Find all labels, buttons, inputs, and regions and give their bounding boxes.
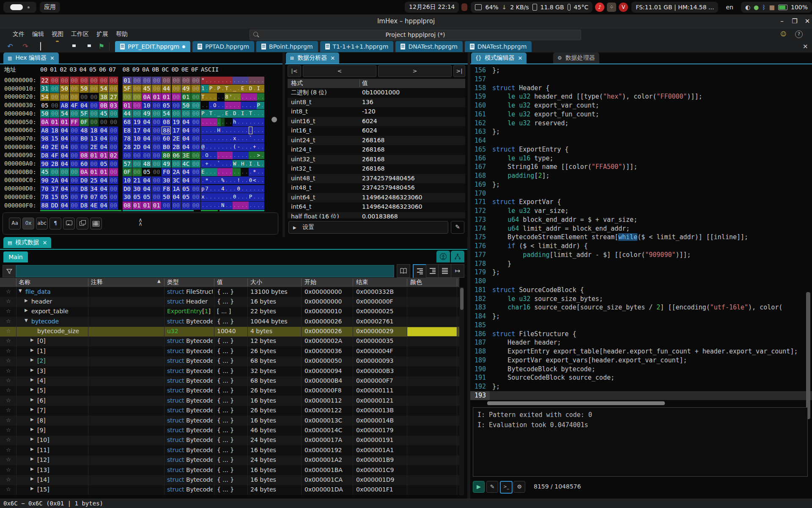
hex-byte[interactable]: 00 (181, 110, 191, 118)
tab-data-inspector[interactable]: ⊞ 数据分析器 ✕ (286, 52, 339, 64)
ascii-char[interactable]: . (237, 193, 241, 201)
hex-byte[interactable]: 00 (109, 118, 118, 126)
hex-byte[interactable]: 00 (60, 168, 69, 176)
ascii-char[interactable]: . (213, 118, 217, 126)
favorite-star-icon[interactable]: ☆ (6, 407, 11, 413)
hex-byte[interactable]: 05 (99, 160, 108, 168)
hex-byte[interactable]: 00 (191, 118, 200, 126)
ascii-char[interactable]: . (213, 110, 217, 118)
hex-byte[interactable]: 00 (172, 110, 181, 118)
ascii-char[interactable]: . (252, 110, 256, 118)
favorite-star-icon[interactable]: ☆ (6, 397, 11, 403)
ascii-char[interactable]: N (221, 202, 225, 210)
pd-col-header[interactable]: 结束 (356, 279, 368, 286)
jump-to-button[interactable]: ↦ (451, 264, 464, 278)
code-line[interactable]: 162 le u32 reserved; (470, 119, 812, 128)
ascii-char[interactable]: + (205, 160, 208, 168)
ascii-char[interactable]: . (209, 118, 213, 126)
ascii-char[interactable]: . (257, 93, 261, 101)
expand-arrow-icon[interactable]: ▶ (30, 397, 34, 402)
ascii-char[interactable]: . (205, 110, 208, 118)
hex-byte[interactable]: DD (50, 202, 59, 210)
hex-byte[interactable]: 50 (60, 85, 69, 93)
ascii-char[interactable]: . (244, 85, 248, 93)
hex-byte[interactable]: 00 (60, 93, 69, 101)
ascii-char[interactable]: . (209, 77, 213, 85)
ascii-char[interactable]: . (244, 202, 248, 210)
ascii-char[interactable]: . (205, 77, 208, 85)
hex-byte[interactable]: 04 (60, 185, 69, 193)
ascii-char[interactable]: . (201, 102, 205, 110)
ascii-char[interactable]: ! (237, 177, 241, 185)
hex-byte[interactable]: 18 (50, 127, 59, 135)
ascii-char[interactable]: . (244, 185, 248, 193)
ascii-char[interactable]: . (213, 193, 217, 201)
hex-byte[interactable]: 00 (191, 143, 200, 151)
hex-byte[interactable]: 00 (123, 93, 132, 101)
hex-byte[interactable]: 00 (50, 168, 59, 176)
favorite-star-icon[interactable]: ☆ (6, 436, 11, 443)
hex-byte[interactable]: 00 (172, 160, 181, 168)
hex-byte[interactable]: F0 (80, 193, 89, 201)
hex-byte[interactable]: 4C (181, 160, 191, 168)
tabstrip-close-icon[interactable]: ✕ (803, 43, 808, 50)
hex-byte[interactable]: 01 (99, 168, 108, 176)
hex-byte[interactable]: 04 (142, 118, 151, 126)
ascii-char[interactable]: . (229, 77, 233, 85)
hex-byte[interactable]: 88 (162, 127, 171, 135)
hex-byte[interactable]: 00 (99, 118, 108, 126)
hex-byte[interactable]: 04 (142, 177, 151, 185)
ascii-char[interactable]: . (241, 118, 244, 126)
hex-byte[interactable]: 01 (132, 202, 142, 210)
collapse-arrow-icon[interactable]: ▼ (19, 288, 22, 293)
file-tab[interactable]: BPoint.hpprgm (256, 41, 318, 52)
ascii-char[interactable]: . (221, 143, 225, 151)
ascii-char[interactable]: . (221, 102, 225, 110)
expand-arrow-icon[interactable]: ▶ (30, 436, 34, 441)
ascii-char[interactable]: . (209, 102, 213, 110)
hex-byte[interactable]: 90 (40, 177, 49, 185)
ascii-char[interactable]: . (244, 168, 248, 176)
hex-byte[interactable]: 0A (142, 93, 151, 101)
code-line[interactable]: 161 le u32 export_fun_count; (470, 110, 812, 119)
ascii-char[interactable]: . (217, 202, 221, 210)
hex-byte[interactable]: 70 (40, 185, 49, 193)
hex-byte[interactable]: 54 (99, 85, 108, 93)
ascii-char[interactable]: . (241, 135, 244, 143)
pattern-console[interactable]: I: Pattern exited with code: 0 I: Evalua… (473, 407, 808, 477)
run-pattern-button[interactable]: ▶ (473, 481, 485, 493)
file-tab[interactable]: PPT_EDIT.hpprgm (115, 41, 190, 52)
hex-byte[interactable]: 00 (70, 127, 79, 135)
code-line[interactable]: 164 (470, 136, 812, 145)
favorite-star-icon[interactable]: ☆ (6, 298, 11, 304)
hex-byte[interactable]: 2B (50, 160, 59, 168)
ascii-char[interactable]: . (229, 160, 233, 168)
ascii-char[interactable]: D (249, 85, 252, 93)
hex-byte[interactable]: 27 (109, 93, 118, 101)
table-row[interactable]: ☆▶[0]struct BytecodeStreamElement{ ... }… (0, 337, 459, 346)
hex-byte[interactable]: 49 (181, 85, 191, 93)
hex-byte[interactable]: 04 (60, 202, 69, 210)
ascii-char[interactable]: . (213, 143, 217, 151)
code-line[interactable]: 180 (470, 277, 812, 286)
ascii-char[interactable]: . (252, 135, 256, 143)
ascii-char[interactable]: _ (233, 85, 236, 93)
color-swatch[interactable] (407, 327, 457, 336)
hex-byte[interactable]: 00 (132, 152, 142, 160)
hex-byte[interactable]: 80 (162, 152, 171, 160)
save-as-icon[interactable] (81, 42, 91, 51)
ascii-char[interactable]: . (241, 152, 244, 160)
hex-byte[interactable]: 00 (89, 160, 99, 168)
inspector-row[interactable]: int32_t268168 (288, 164, 465, 174)
ascii-char[interactable]: - (237, 143, 241, 151)
edit-value-button[interactable]: ✎ (451, 221, 464, 234)
hex-byte[interactable]: 22 (40, 77, 49, 85)
undo-icon[interactable]: ↶ (5, 42, 15, 51)
hex-byte[interactable]: 00 (132, 77, 142, 85)
ascii-char[interactable]: . (229, 102, 233, 110)
ascii-char[interactable]: . (257, 143, 261, 151)
hex-byte[interactable]: 00 (70, 160, 79, 168)
code-line[interactable]: 163}; (470, 127, 812, 136)
ascii-char[interactable]: . (237, 93, 241, 101)
ascii-char[interactable]: _ (217, 110, 221, 118)
